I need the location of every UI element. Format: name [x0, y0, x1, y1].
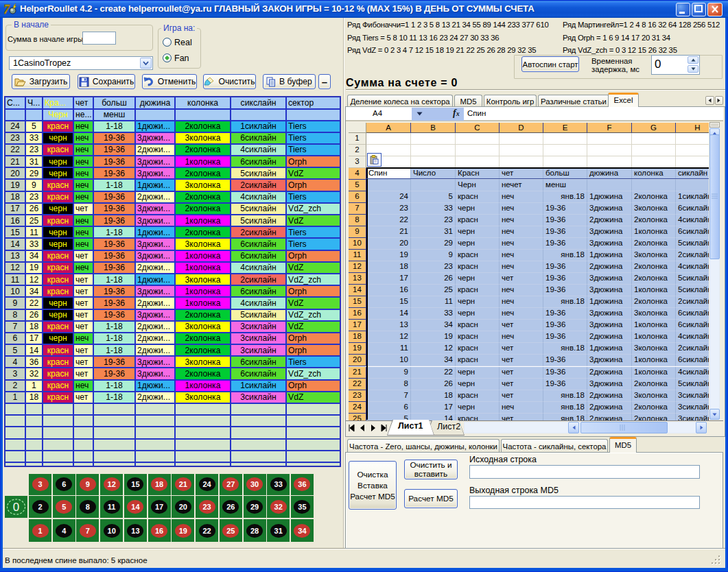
svg-text:0: 0 — [13, 501, 19, 514]
svg-text:7: 7 — [4, 3, 10, 16]
